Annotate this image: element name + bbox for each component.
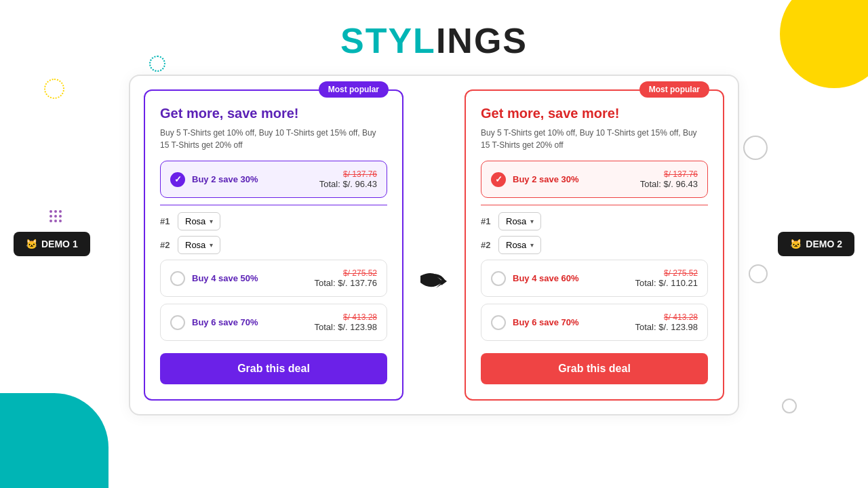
cards-wrapper: Most popular Get more, save more! Buy 5 … (129, 75, 739, 415)
price-total-2-2: Total: $/. 110.21 (635, 278, 698, 288)
deal-option-2-3[interactable]: Buy 6 save 70% $/ 413.28 Total: $/. 123.… (481, 304, 708, 341)
demo2-label: DEMO 2 (806, 239, 842, 249)
brand-logo: STYLINGS (0, 20, 868, 61)
demo1-button[interactable]: 🐱 DEMO 1 (14, 232, 90, 256)
demo2-button[interactable]: 🐱 DEMO 2 (778, 232, 854, 256)
deal-option-2-1[interactable]: ✓ Buy 2 save 30% $/ 137.76 Total: $/. 96… (481, 161, 708, 198)
dropdown-value-2: Rosa (185, 240, 205, 250)
radio-1-1: ✓ (170, 172, 185, 187)
price-original-2-3: $/ 413.28 (635, 312, 698, 322)
dropdown-row-4: #2 Rosa ▾ (481, 236, 708, 254)
chevron-down-icon-1: ▾ (210, 218, 213, 225)
deal-option-1-1-right: $/ 137.76 Total: $/. 96.43 (319, 169, 377, 189)
dropdown-select-3[interactable]: Rosa ▾ (498, 212, 541, 230)
deal-option-2-1-left: ✓ Buy 2 save 30% (491, 172, 579, 187)
card1-subtitle: Buy 5 T-Shirts get 10% off, Buy 10 T-Shi… (160, 127, 387, 151)
arrow-container (417, 157, 451, 401)
card2-subtitle: Buy 5 T-Shirts get 10% off, Buy 10 T-Shi… (481, 127, 708, 151)
radio-1-2 (170, 271, 185, 286)
header: STYLINGS (0, 0, 868, 75)
dropdown-num-1: #1 (160, 216, 172, 226)
dropdown-value-3: Rosa (506, 216, 526, 226)
brand-ings: INGS (436, 21, 528, 60)
price-original-1-3: $/ 413.28 (314, 312, 377, 322)
dropdown-num-2: #2 (160, 240, 172, 250)
demo1-label: DEMO 1 (41, 239, 78, 249)
deal-label-2-1: Buy 2 save 30% (513, 174, 579, 184)
badge-most-popular-purple: Most popular (319, 81, 389, 98)
price-original-1-1: $/ 137.76 (319, 169, 377, 179)
card2-title: Get more, save more! (481, 106, 708, 121)
arrow-icon (417, 262, 451, 296)
deal-option-2-3-left: Buy 6 save 70% (491, 315, 579, 330)
dropdown-row-1: #1 Rosa ▾ (160, 212, 387, 230)
deal-option-1-3[interactable]: Buy 6 save 70% $/ 413.28 Total: $/. 123.… (160, 304, 387, 341)
dropdown-num-4: #2 (481, 240, 493, 250)
card1-title: Get more, save more! (160, 106, 387, 121)
card-red: Most popular Get more, save more! Buy 5 … (465, 89, 724, 401)
check-icon-2-1: ✓ (495, 174, 502, 184)
deal-option-1-2[interactable]: Buy 4 save 50% $/ 275.52 Total: $/. 137.… (160, 260, 387, 297)
deal-label-2-3: Buy 6 save 70% (513, 317, 579, 327)
price-total-1-1: Total: $/. 96.43 (319, 179, 377, 189)
chevron-down-icon-3: ▾ (530, 218, 534, 225)
deal-option-1-2-left: Buy 4 save 50% (170, 271, 258, 286)
dropdown-select-4[interactable]: Rosa ▾ (498, 236, 541, 254)
dropdown-select-1[interactable]: Rosa ▾ (178, 212, 220, 230)
badge-most-popular-red: Most popular (639, 81, 709, 98)
demo2-emoji: 🐱 (790, 239, 802, 249)
price-total-1-2: Total: $/. 137.76 (314, 278, 377, 288)
price-total-2-3: Total: $/. 123.98 (635, 322, 698, 332)
chevron-down-icon-4: ▾ (530, 241, 534, 249)
deal-option-2-1-right: $/ 137.76 Total: $/. 96.43 (640, 169, 698, 189)
svg-marker-0 (441, 277, 447, 285)
radio-2-2 (491, 271, 506, 286)
dropdown-num-3: #1 (481, 216, 493, 226)
price-total-2-1: Total: $/. 96.43 (640, 179, 698, 189)
deal-label-1-2: Buy 4 save 50% (192, 273, 258, 283)
deal-label-1-3: Buy 6 save 70% (192, 317, 258, 327)
grab-deal-button-red[interactable]: Grab this deal (481, 353, 708, 384)
deal-option-1-3-left: Buy 6 save 70% (170, 315, 258, 330)
grab-deal-button-purple[interactable]: Grab this deal (160, 353, 387, 384)
radio-1-3 (170, 315, 185, 330)
radio-2-3 (491, 315, 506, 330)
dropdown-row-3: #1 Rosa ▾ (481, 212, 708, 230)
deal-option-2-2-left: Buy 4 save 60% (491, 271, 579, 286)
deal-option-2-2-right: $/ 275.52 Total: $/. 110.21 (635, 268, 698, 288)
dropdown-value-1: Rosa (185, 216, 205, 226)
brand-styl: STYL (340, 21, 436, 60)
price-original-1-2: $/ 275.52 (314, 268, 377, 278)
price-original-2-2: $/ 275.52 (635, 268, 698, 278)
deal-option-1-1[interactable]: ✓ Buy 2 save 30% $/ 137.76 Total: $/. 96… (160, 161, 387, 198)
deal-option-1-2-right: $/ 275.52 Total: $/. 137.76 (314, 268, 377, 288)
deal-label-2-2: Buy 4 save 60% (513, 273, 579, 283)
radio-2-1: ✓ (491, 172, 506, 187)
price-total-1-3: Total: $/. 123.98 (314, 322, 377, 332)
dropdown-row-2: #2 Rosa ▾ (160, 236, 387, 254)
main-container: Most popular Get more, save more! Buy 5 … (0, 75, 868, 415)
deal-option-1-3-right: $/ 413.28 Total: $/. 123.98 (314, 312, 377, 332)
demo1-emoji: 🐱 (26, 239, 37, 249)
deal-option-2-2[interactable]: Buy 4 save 60% $/ 275.52 Total: $/. 110.… (481, 260, 708, 297)
price-original-2-1: $/ 137.76 (640, 169, 698, 179)
dropdown-select-2[interactable]: Rosa ▾ (178, 236, 220, 254)
chevron-down-icon-2: ▾ (210, 241, 213, 249)
deal-option-1-1-left: ✓ Buy 2 save 30% (170, 172, 258, 187)
dropdown-value-4: Rosa (506, 240, 526, 250)
divider-red (481, 205, 708, 205)
deal-option-2-3-right: $/ 413.28 Total: $/. 123.98 (635, 312, 698, 332)
deal-label-1-1: Buy 2 save 30% (192, 174, 258, 184)
card-purple: Most popular Get more, save more! Buy 5 … (144, 89, 403, 401)
divider-purple (160, 205, 387, 205)
check-icon-1-1: ✓ (174, 174, 182, 184)
